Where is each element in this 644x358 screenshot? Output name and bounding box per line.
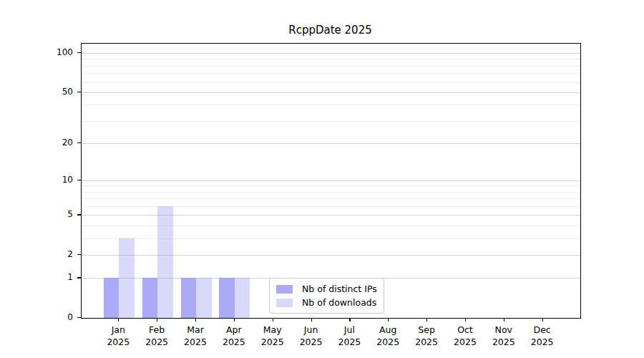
gridline-minor [82, 198, 580, 199]
gridline-minor [82, 238, 580, 239]
bar-ips-apr [219, 278, 235, 318]
y-tick [77, 214, 81, 215]
y-tick-label: 5 [36, 208, 73, 220]
gridline-minor [82, 192, 580, 193]
gridline-major [82, 180, 580, 181]
x-tick [542, 318, 543, 321]
legend-label-downloads: Nb of downloads [302, 297, 376, 308]
gridline-minor [82, 48, 580, 49]
gridline-minor [82, 59, 580, 59]
gridline-minor [82, 121, 580, 122]
gridline-major [82, 53, 580, 54]
bar-downloads-feb [157, 206, 173, 318]
x-tick [273, 318, 273, 321]
y-tick-label: 50 [36, 86, 73, 97]
x-tick [349, 318, 350, 321]
y-tick-label: 20 [36, 137, 73, 148]
y-tick-label: 10 [36, 174, 73, 185]
gridline-major [82, 255, 580, 256]
y-tick [77, 92, 81, 92]
x-tick [465, 318, 466, 321]
y-tick-label: 2 [36, 248, 73, 260]
y-tick [77, 142, 81, 143]
legend-swatch-distinct-ips [276, 285, 293, 294]
gridline-minor [82, 206, 580, 207]
y-tick [77, 277, 81, 278]
x-tick [504, 318, 504, 321]
legend-label-distinct-ips: Nb of distinct IPs [302, 284, 377, 294]
y-tick [77, 317, 81, 318]
x-label-year: 2025 [517, 336, 568, 348]
bar-ips-jan [104, 278, 119, 318]
x-tick [195, 318, 196, 321]
gridline-minor [82, 185, 580, 186]
y-tick-label: 100 [36, 47, 73, 58]
gridline-major [82, 92, 580, 93]
y-tick-label: 1 [36, 271, 73, 283]
gridline-minor [82, 105, 580, 105]
bar-ips-feb [142, 278, 158, 318]
legend-item-distinct-ips: Nb of distinct IPs [276, 284, 377, 294]
bar-ips-mar [181, 278, 197, 318]
gridline-major [82, 143, 580, 144]
gridline-minor [82, 82, 580, 83]
chart-title: RcppDate 2025 [81, 24, 580, 37]
gridline-major [82, 215, 580, 216]
figure: RcppDate 2025 0125102050100 Jan2025Feb20… [0, 0, 644, 358]
gridline-minor [82, 66, 580, 67]
x-tick [234, 318, 235, 321]
legend-item-downloads: Nb of downloads [276, 297, 377, 308]
x-tick [388, 318, 389, 321]
bar-downloads-mar [196, 278, 212, 318]
y-tick [77, 254, 81, 255]
x-tick [311, 318, 312, 321]
y-tick [77, 180, 81, 180]
legend-swatch-downloads [276, 299, 293, 307]
x-tick [426, 318, 427, 321]
bar-downloads-apr [235, 278, 250, 318]
bar-downloads-jan [119, 238, 135, 318]
gridline-minor [82, 226, 580, 226]
y-tick [77, 52, 81, 53]
legend: Nb of distinct IPs Nb of downloads [269, 278, 384, 314]
y-tick-label: 0 [36, 311, 73, 323]
x-label-month: Dec [517, 324, 568, 336]
x-tick-label: Dec2025 [517, 324, 568, 348]
x-tick [157, 318, 157, 321]
x-tick [118, 318, 119, 321]
gridline-minor [82, 73, 580, 74]
